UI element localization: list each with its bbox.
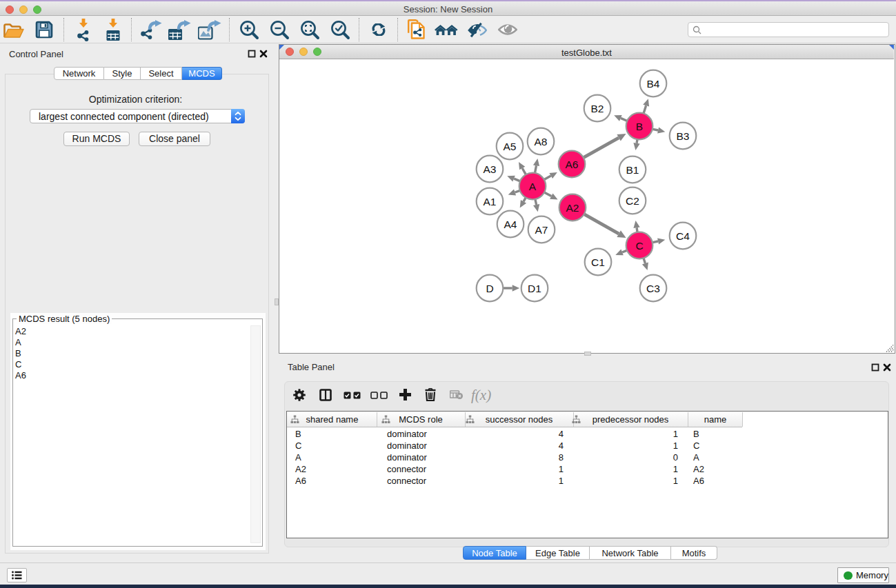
- svg-text:B4: B4: [647, 78, 660, 90]
- svg-text:C: C: [635, 240, 643, 252]
- svg-text:A: A: [529, 181, 537, 192]
- svg-text:C1: C1: [591, 256, 605, 268]
- svg-text:A6: A6: [566, 159, 579, 170]
- svg-text:A2: A2: [566, 202, 579, 214]
- svg-text:B2: B2: [591, 103, 604, 114]
- svg-text:A4: A4: [504, 219, 517, 230]
- svg-text:C4: C4: [676, 230, 690, 242]
- svg-text:C3: C3: [646, 283, 660, 294]
- svg-text:A8: A8: [535, 136, 548, 148]
- svg-text:A3: A3: [484, 163, 497, 175]
- svg-text:A5: A5: [504, 141, 517, 152]
- svg-text:A7: A7: [535, 224, 548, 236]
- svg-text:B1: B1: [626, 164, 639, 176]
- svg-text:B: B: [636, 121, 643, 132]
- svg-text:A1: A1: [484, 196, 497, 207]
- svg-text:B3: B3: [677, 130, 690, 142]
- svg-text:D1: D1: [528, 283, 541, 294]
- svg-text:C2: C2: [626, 195, 639, 207]
- svg-text:D: D: [486, 283, 493, 294]
